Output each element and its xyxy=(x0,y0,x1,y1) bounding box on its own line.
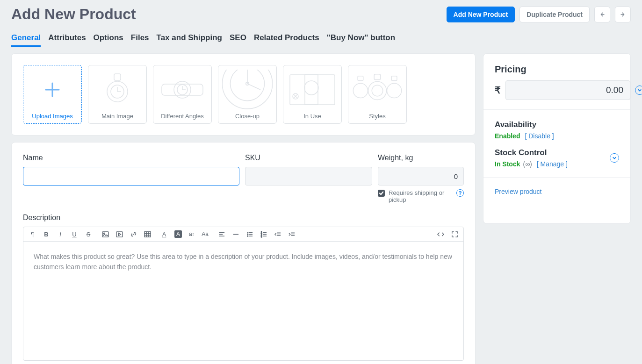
stock-qty: (∞) xyxy=(523,160,532,168)
svg-rect-23 xyxy=(358,76,363,80)
arrow-right-icon xyxy=(619,11,627,18)
in-use-slot[interactable]: In Use xyxy=(283,65,342,124)
tb-clearformat-icon[interactable]: a↕ xyxy=(188,230,195,238)
close-up-slot[interactable]: Close-up xyxy=(218,65,277,124)
tab-files[interactable]: Files xyxy=(131,30,149,47)
stock-manage-link[interactable]: [ Manage ] xyxy=(537,160,568,168)
svg-rect-33 xyxy=(144,231,150,236)
watch-closeup-icon xyxy=(222,70,273,110)
description-label: Description xyxy=(23,214,464,222)
tab-attributes[interactable]: Attributes xyxy=(48,30,86,47)
editor-toolbar: ¶ B I U S xyxy=(23,227,463,242)
watch-angles-icon xyxy=(159,71,206,108)
svg-rect-30 xyxy=(102,231,108,236)
availability-disable-link[interactable]: [ Disable ] xyxy=(525,132,554,140)
name-input[interactable] xyxy=(23,167,239,186)
tb-outdent-icon[interactable] xyxy=(274,230,282,238)
watch-inuse-icon xyxy=(289,71,336,108)
image-slots-row: Upload Images Main Image xyxy=(23,65,464,124)
stock-expand-button[interactable] xyxy=(610,153,619,163)
tb-bgcolor-icon[interactable]: A xyxy=(174,230,182,238)
prev-product-button[interactable] xyxy=(594,7,610,22)
tb-hr-icon[interactable] xyxy=(232,230,240,238)
sidebar-card: Pricing ₹ Availability Enabled [ Disable… xyxy=(483,53,631,224)
different-angles-slot[interactable]: Different Angles xyxy=(153,65,212,124)
stock-status: In Stock xyxy=(495,160,520,168)
tb-italic-icon[interactable]: I xyxy=(56,230,65,238)
tb-ul-icon[interactable] xyxy=(246,230,254,238)
tab-options[interactable]: Options xyxy=(94,30,123,47)
tb-strike-icon[interactable]: S xyxy=(84,230,93,238)
page-title: Add New Product xyxy=(11,6,136,23)
svg-point-19 xyxy=(304,81,318,95)
currency-symbol: ₹ xyxy=(495,85,501,96)
tb-textcolor-icon[interactable]: A xyxy=(160,230,168,238)
tab-tax-shipping[interactable]: Tax and Shipping xyxy=(157,30,222,47)
tb-link-icon[interactable] xyxy=(129,230,137,238)
svg-rect-18 xyxy=(305,75,318,105)
close-up-label: Close-up xyxy=(235,110,260,120)
svg-point-29 xyxy=(387,83,401,98)
tb-fontcase-icon[interactable]: Aa xyxy=(201,230,209,238)
chevron-down-icon xyxy=(612,156,617,160)
requires-shipping-label: Requires shipping or pickup xyxy=(389,189,445,203)
weight-label: Weight, kg xyxy=(378,154,413,162)
availability-status: Enabled xyxy=(495,132,520,140)
check-icon xyxy=(379,191,384,196)
svg-point-24 xyxy=(353,83,368,98)
tab-general[interactable]: General xyxy=(11,30,41,47)
sku-field: SKU xyxy=(245,154,372,203)
svg-line-15 xyxy=(247,84,260,90)
name-label: Name xyxy=(23,154,239,162)
tb-paragraph-icon[interactable]: ¶ xyxy=(28,230,36,238)
tb-ol-icon[interactable]: 123 xyxy=(260,230,268,238)
tb-table-icon[interactable] xyxy=(143,230,151,238)
sku-input[interactable] xyxy=(245,167,372,186)
sku-label: SKU xyxy=(245,154,372,162)
svg-point-42 xyxy=(247,232,248,233)
general-fields-card: Name SKU Weight, kg xyxy=(11,142,476,364)
name-field: Name xyxy=(23,154,239,203)
plus-icon xyxy=(44,81,61,98)
watch-main-icon xyxy=(99,71,136,108)
styles-slot[interactable]: Styles xyxy=(348,65,407,124)
weight-input[interactable] xyxy=(378,167,464,186)
tab-related-products[interactable]: Related Products xyxy=(254,30,319,47)
different-angles-label: Different Angles xyxy=(161,110,204,120)
tb-image-icon[interactable] xyxy=(101,230,109,238)
tb-indent-icon[interactable] xyxy=(288,230,296,238)
weight-field: Weight, kg Requires shipping or pickup ? xyxy=(378,154,464,203)
tb-align-icon[interactable] xyxy=(218,230,226,238)
upload-images-slot[interactable]: Upload Images xyxy=(23,65,82,124)
svg-point-43 xyxy=(247,234,248,235)
styles-label: Styles xyxy=(369,110,385,120)
add-new-product-button[interactable]: Add New Product xyxy=(447,7,515,22)
svg-rect-25 xyxy=(374,74,381,79)
price-input[interactable] xyxy=(505,80,630,100)
svg-rect-17 xyxy=(290,75,335,105)
tb-fullscreen-icon[interactable] xyxy=(450,230,459,238)
description-textarea[interactable]: What makes this product so great? Use th… xyxy=(23,242,463,360)
pricing-expand-button[interactable] xyxy=(635,86,642,95)
svg-point-26 xyxy=(368,81,387,100)
tb-underline-icon[interactable]: U xyxy=(70,230,79,238)
next-product-button[interactable] xyxy=(615,7,631,22)
tb-video-icon[interactable] xyxy=(115,230,123,238)
tab-seo[interactable]: SEO xyxy=(230,30,246,47)
tab-buy-now[interactable]: "Buy Now" button xyxy=(327,30,395,47)
tb-code-icon[interactable] xyxy=(436,230,445,238)
chevron-down-icon xyxy=(637,88,642,93)
svg-rect-2 xyxy=(114,74,121,80)
main-image-label: Main Image xyxy=(101,110,133,120)
main-image-slot[interactable]: Main Image xyxy=(88,65,147,124)
tb-bold-icon[interactable]: B xyxy=(42,230,50,238)
product-tabs: General Attributes Options Files Tax and… xyxy=(11,30,631,47)
description-editor: ¶ B I U S xyxy=(23,227,464,361)
shipping-help-icon[interactable]: ? xyxy=(456,189,464,197)
preview-product-link[interactable]: Preview product xyxy=(495,188,541,195)
page-header: Add New Product Add New Product Duplicat… xyxy=(11,6,631,23)
stock-title: Stock Control xyxy=(495,148,610,157)
requires-shipping-checkbox[interactable] xyxy=(378,190,385,197)
svg-rect-32 xyxy=(116,231,122,236)
duplicate-product-button[interactable]: Duplicate Product xyxy=(519,7,590,22)
